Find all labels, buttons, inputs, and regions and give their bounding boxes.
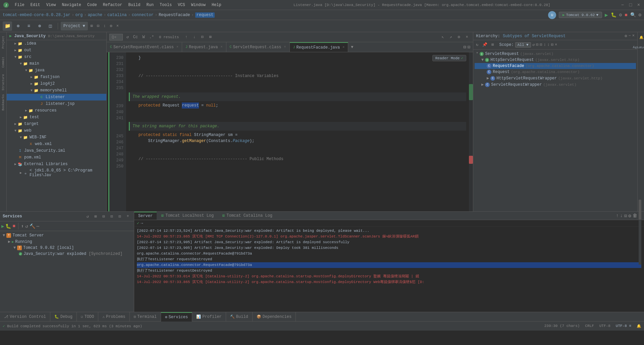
tree-item-idea[interactable]: ▶ 📁 .idea [7,40,106,47]
h-item-request-facade[interactable]: C RequestFacade (org.apache.catalina.con… [475,63,636,69]
toolbar-close-panel[interactable]: × [115,24,120,28]
bottom-tab-debug[interactable]: 🐛 Debug [50,312,77,322]
artifact-item[interactable]: ✓ Java_Security:war exploded [Synchroniz… [1,251,132,257]
server-more-button[interactable]: ⋯ [37,223,39,229]
tab-close-1[interactable]: × [221,45,223,49]
h-item-servlet-request-wrapper[interactable]: ▶ C ServletRequestWrapper (javax.servlet… [475,81,636,88]
split-editor-button[interactable]: ⊟ [463,44,466,50]
console-scrollbar[interactable] [639,198,641,265]
tree-item-fastjson[interactable]: ▶ 📁 fastjson [7,74,106,80]
stop-button[interactable]: ■ [625,12,627,18]
menu-view[interactable]: View [44,1,59,9]
services-refresh-button[interactable]: ↺ [84,213,91,220]
commit-icon[interactable]: Commit [0,52,7,72]
search-expand-button[interactable]: ↗ [447,34,454,41]
breadcrumb-apache[interactable]: apache [88,13,102,17]
bottom-tab-terminal[interactable]: ⊡ Terminal [130,312,161,322]
search-everywhere-button[interactable]: 🔍 [630,12,636,18]
bottom-tab-problems[interactable]: ⚠ Problems [98,312,129,322]
find-button[interactable]: ◫ [46,21,55,31]
search-regex-button[interactable]: .* [148,34,155,41]
toolbar-expand[interactable]: ⊞ [89,23,94,28]
services-add-button[interactable]: + [124,213,131,220]
h-expand-button[interactable]: ⊞ [490,42,495,48]
menu-edit[interactable]: Edit [28,1,43,9]
deploy-arrow-button[interactable]: → [141,221,143,226]
project-dropdown[interactable]: Project ▼ [61,22,88,30]
reader-mode-badge[interactable]: Reader Mode ✓ [432,55,466,61]
debug-button[interactable]: 🐛 [611,12,616,18]
tree-item-webxml[interactable]: X web.xml [7,141,106,147]
h-item-request[interactable]: C Request (org.apache.catalina.connector… [475,69,636,75]
bottom-tab-build[interactable]: 🔨 Build [226,312,253,322]
tree-item-out[interactable]: ▶ 📁 out [7,47,106,54]
h-filter2-button[interactable]: ⊡ [540,42,542,47]
status-position[interactable]: 239:30 (7 chars) [544,324,580,328]
tree-item-web[interactable]: ▼ 📁 web [7,127,106,134]
tomcat-server-item[interactable]: ▼ T Tomcat Server [1,232,132,238]
tab-request[interactable]: J Request.java × [182,42,226,52]
bottom-tab-profiler[interactable]: 📊 Profiler [192,312,226,322]
menu-run[interactable]: Run [144,1,156,9]
editor-scrollbar[interactable] [469,52,473,211]
tree-item-listener[interactable]: C Listener [7,94,106,100]
bottom-tab-dependencies[interactable]: 📦 Dependencies [253,312,296,322]
tree-item-pomxml[interactable]: M pom.xml [7,154,106,161]
menu-build[interactable]: Build [125,1,143,9]
tree-item-listener-jsp[interactable]: J listener.jsp [7,100,106,107]
more-tabs-button[interactable]: ▼ [348,45,356,50]
status-line-ending[interactable]: CRLF [585,324,594,328]
server-debug-button[interactable]: 🐛 [5,223,11,229]
h-expand-all[interactable]: ↕ [543,43,546,47]
settings-button[interactable]: ⚙ [639,12,641,18]
tree-item-iml[interactable]: I Java_Security.iml [7,147,106,154]
code-editor[interactable]: 230 231 232 233 234 235 239 240 241 245 … [107,52,473,211]
console-tab-localhost-log[interactable]: 🖥 Tomcat Localhost Log [157,212,218,220]
close-button[interactable]: × [636,2,641,8]
h-item-http-servlet-request-wrapper[interactable]: ▶ C HttpServletRequestWrapper (javax.ser… [475,75,636,81]
bookmarks-icon[interactable]: Bookmarks [0,92,7,113]
console-tab-catalina-log[interactable]: 🖥 Tomcat Catalina Log [218,212,276,220]
status-git[interactable]: UTF-8 ≡ [616,324,631,328]
breadcrumb-class[interactable]: RequestFacade [159,13,190,17]
tab-close-3[interactable]: × [342,46,344,49]
console-tab-server[interactable]: Server [134,212,157,220]
menu-navigate[interactable]: Navigate [59,1,84,9]
h-item-http-servlet-request[interactable]: ▼ I HttpServletRequest (javax.servlet.ht… [475,57,636,63]
h-scope-selector[interactable]: All ▼ [515,42,531,48]
search-all-button[interactable]: ⊞ [207,34,214,41]
menu-code[interactable]: Code [85,1,100,9]
menu-file[interactable]: File [12,1,27,9]
minimize-button[interactable]: − [620,2,625,8]
server-stop-button[interactable]: ■ [12,223,15,229]
tree-item-memoryshell[interactable]: ▼ 📁 memoryshell [7,87,106,94]
toolbar-options[interactable]: ⚙ [108,23,113,28]
h-refresh2-button[interactable]: ↺ [532,42,535,47]
search-input[interactable] [109,34,123,41]
menu-help[interactable]: Help [209,1,224,9]
toolbar-sort[interactable]: ↕ [102,24,107,28]
recent-files-button[interactable]: ⊡ [468,44,470,50]
status-encoding[interactable]: UTF-8 [599,324,610,328]
console-clear-button[interactable]: 🗑 [633,213,637,218]
tab-close-0[interactable]: × [176,45,178,49]
menu-window[interactable]: Window [189,1,208,9]
console-scroll-bottom[interactable]: ↓ [620,213,623,218]
search-close-button[interactable]: × [464,34,470,41]
tree-item-resources[interactable]: ▶ 📁 resources [7,107,106,114]
console-settings-button[interactable]: ⚙ [628,213,631,219]
search-prev-button[interactable]: ↑ [183,34,190,41]
services-collapse-button[interactable]: ⊟ [100,213,107,220]
run-config-selector[interactable]: ▶ Tomcat 9.0.62 ▼ [559,12,602,18]
hierarchy-close-button[interactable]: × [632,33,635,39]
tomcat-instance-item[interactable]: ▼ T Tomcat 9.0.62 [local] [1,245,132,251]
services-expand-button[interactable]: ⊡ [108,213,115,220]
tree-item-main[interactable]: ▼ 📁 main [7,60,106,67]
console-scroll-top[interactable]: ↑ [616,213,619,218]
server-redeploy-button[interactable]: ↺ [25,223,28,229]
hierarchy-settings-button[interactable]: ⚙ [625,33,627,39]
server-run-button[interactable]: ▶ [1,223,4,229]
bottom-tab-todo[interactable]: ☑ TODO [77,312,98,322]
tab-close-2[interactable]: × [284,45,286,49]
breadcrumb-org[interactable]: org [75,13,83,17]
